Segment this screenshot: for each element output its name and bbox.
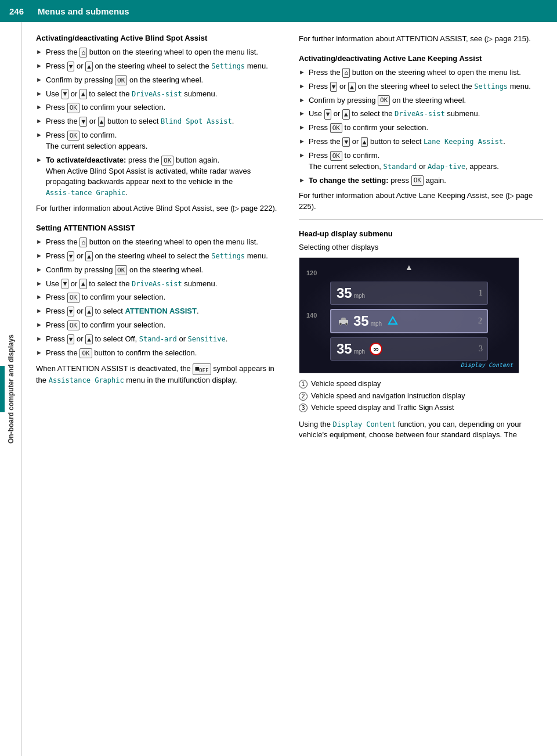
settings-label: Settings bbox=[474, 82, 508, 91]
down-btn: ▼ bbox=[67, 334, 75, 344]
up-arrow-indicator: ▲ bbox=[405, 262, 413, 272]
lane-keeping-label: Lane Keeping Assist bbox=[424, 138, 503, 146]
bullet-arrow: ► bbox=[36, 48, 42, 57]
down-btn: ▼ bbox=[342, 137, 350, 147]
bullet-arrow: ► bbox=[36, 348, 42, 358]
sidebar-accent-bar bbox=[0, 366, 5, 412]
up-btn: ▲ bbox=[85, 334, 93, 344]
home-btn: ⌂ bbox=[79, 237, 87, 247]
bullet-arrow: ► bbox=[36, 117, 42, 126]
standard-label: Stand‑ard bbox=[139, 335, 177, 343]
bullet-arrow: ► bbox=[36, 62, 42, 71]
gauge-number: 120 bbox=[306, 269, 317, 276]
lane-keeping-steps: ► Press the ⌂ button on the steering whe… bbox=[299, 67, 543, 186]
bullet-arrow: ► bbox=[36, 307, 42, 316]
speed-row-1: 35 mph 1 bbox=[330, 282, 488, 305]
up-btn: ▲ bbox=[79, 279, 87, 289]
list-item: ► Press the ⌂ button on the steering whe… bbox=[36, 47, 280, 58]
hud-closing-text: Using the Display Content function, you … bbox=[299, 419, 543, 441]
bullet-arrow: ► bbox=[36, 103, 42, 112]
caption-num-1: 1 bbox=[299, 380, 308, 388]
speed-sign: 55 bbox=[370, 343, 382, 355]
off-symbol: ■OFF bbox=[193, 363, 211, 375]
bullet-arrow: ► bbox=[36, 265, 42, 275]
speed-row-3: 35 mph 55 3 bbox=[330, 337, 488, 361]
bullet-arrow: ► bbox=[36, 334, 42, 344]
bullet-arrow: ► bbox=[36, 237, 42, 247]
caption-num-2: 2 bbox=[299, 392, 308, 401]
lane-keeping-note: For further information about Active Lan… bbox=[299, 190, 543, 213]
row-number-1: 1 bbox=[479, 289, 483, 298]
ok-btn: OK bbox=[115, 265, 127, 275]
list-item: ► To change the setting: press OK again. bbox=[299, 175, 543, 186]
page-title: Menus and submenus bbox=[38, 6, 129, 16]
section-hud-subtitle: Selecting other displays bbox=[299, 243, 543, 251]
ok-btn: OK bbox=[67, 293, 79, 303]
ok-btn: OK bbox=[330, 123, 342, 133]
speed-value-1: 35 bbox=[337, 285, 352, 301]
ok-btn: OK bbox=[161, 156, 173, 165]
ok-btn: OK bbox=[67, 103, 79, 113]
bullet-arrow: ► bbox=[36, 75, 42, 85]
right-intro: For further information about ATTENTION … bbox=[299, 34, 543, 45]
bullet-arrow: ► bbox=[299, 151, 305, 160]
sidebar: On-board computer and displays bbox=[0, 22, 22, 756]
assis-graphic-label: Assis‑tance Graphic bbox=[46, 189, 125, 197]
down-btn: ▼ bbox=[67, 251, 75, 261]
list-item: ► Press OK to confirm your selection. bbox=[36, 320, 280, 331]
bullet-arrow: ► bbox=[299, 123, 305, 132]
list-item: ► Press OK to confirm your selection. bbox=[299, 123, 543, 134]
bullet-arrow: ► bbox=[36, 251, 42, 261]
bullet-arrow: ► bbox=[299, 68, 305, 77]
list-item: ► To activate/deactivate: press the OK b… bbox=[36, 155, 280, 199]
caption-text-2: Vehicle speed and navigation instruction… bbox=[311, 391, 465, 402]
bullet-arrow: ► bbox=[36, 89, 42, 99]
row-number-2: 2 bbox=[478, 316, 482, 326]
list-item: ► Press the OK button to confirm the sel… bbox=[36, 348, 280, 359]
down-btn: ▼ bbox=[67, 62, 75, 71]
home-btn: ⌂ bbox=[342, 68, 350, 78]
svg-marker-1 bbox=[341, 318, 346, 320]
caption-list: 1 Vehicle speed display 2 Vehicle speed … bbox=[299, 379, 543, 413]
list-item: ► Confirm by pressing OK on the steering… bbox=[36, 265, 280, 276]
section-hud-title: Head-up display submenu bbox=[299, 229, 543, 238]
dashboard-image: 120 140 35 mph 1 bbox=[299, 257, 519, 373]
list-item: ► Press ▼ or ▲ on the steering wheel to … bbox=[36, 61, 280, 72]
up-btn: ▲ bbox=[79, 89, 87, 99]
settings-label: Settings bbox=[211, 62, 245, 70]
caption-item-3: 3 Vehicle speed display and Traffic Sign… bbox=[299, 403, 543, 413]
row-number-3: 3 bbox=[479, 344, 483, 354]
list-item: ► Confirm by pressing OK on the steering… bbox=[299, 95, 543, 106]
speed-unit-1: mph bbox=[354, 293, 365, 299]
right-column: For further information about ATTENTION … bbox=[299, 34, 543, 744]
bullet-arrow: ► bbox=[299, 109, 305, 118]
bullet-arrow: ► bbox=[299, 176, 305, 185]
list-item: ► Press ▼ or ▲ on the steering wheel to … bbox=[299, 81, 543, 92]
display-content-ref: Display Content bbox=[333, 420, 396, 429]
list-item: ► Press the ▼ or ▲ button to select Blin… bbox=[36, 116, 280, 127]
attention-assist-steps: ► Press the ⌂ button on the steering whe… bbox=[36, 237, 280, 359]
ok-btn: OK bbox=[411, 175, 424, 185]
ok-btn: OK bbox=[115, 75, 127, 85]
speed-value-3: 35 bbox=[337, 341, 352, 357]
up-btn: ▲ bbox=[361, 137, 368, 147]
list-item: ► Press OK to confirm.The current select… bbox=[36, 130, 280, 152]
car-icon bbox=[337, 316, 350, 326]
speed-rows-container: 35 mph 1 bbox=[330, 282, 488, 361]
list-item: ► Press ▼ or ▲ to select ATTENTION ASSIS… bbox=[36, 306, 280, 317]
up-btn: ▲ bbox=[85, 62, 93, 71]
bullet-arrow: ► bbox=[299, 82, 305, 91]
ok-btn: OK bbox=[330, 151, 342, 161]
standard-label: Standard bbox=[384, 163, 417, 171]
list-item: ► Press OK to confirm your selection. bbox=[36, 102, 280, 113]
speed-unit-2: mph bbox=[371, 321, 382, 327]
blind-spot-label: Blind Spot Assist bbox=[161, 117, 232, 125]
section-attention-assist-title: Setting ATTENTION ASSIST bbox=[36, 224, 280, 232]
gauge-number: 140 bbox=[306, 312, 317, 319]
caption-text-1: Vehicle speed display bbox=[311, 379, 381, 390]
sidebar-label: On-board computer and displays bbox=[7, 331, 15, 447]
ok-btn: OK bbox=[67, 321, 79, 330]
list-item: ► Press ▼ or ▲ on the steering wheel to … bbox=[36, 251, 280, 262]
blind-spot-steps: ► Press the ⌂ button on the steering whe… bbox=[36, 47, 280, 199]
list-item: ► Press ▼ or ▲ to select Off, Stand‑ard … bbox=[36, 334, 280, 345]
